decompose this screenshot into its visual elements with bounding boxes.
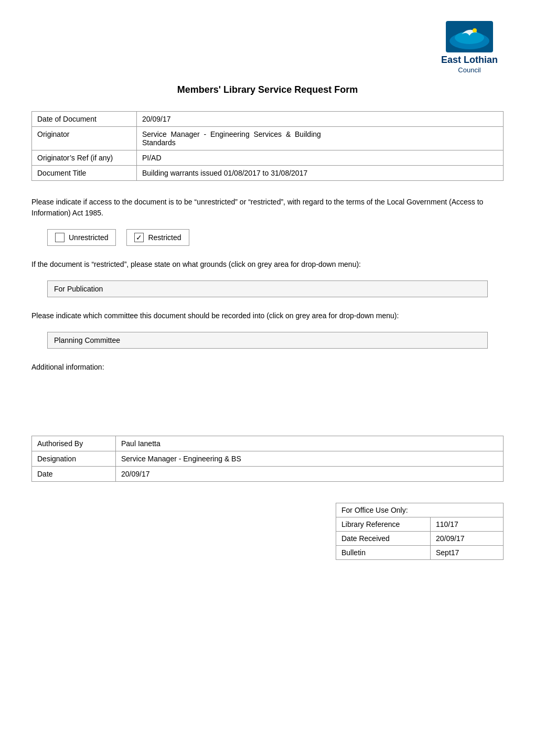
info-table-value: PI/AD <box>137 150 504 165</box>
office-table-label: Bulletin <box>336 545 431 559</box>
info-table-value: Service Manager - Engineering Services &… <box>137 126 504 150</box>
office-table: For Office Use Only:Library Reference110… <box>336 503 504 560</box>
info-table-label: Originator’s Ref (if any) <box>32 150 137 165</box>
info-table-label: Originator <box>32 126 137 150</box>
office-table-row: Library Reference110/17 <box>336 517 504 531</box>
restricted-description: If the document is “restricted”, please … <box>31 259 504 270</box>
office-table-label: Date Received <box>336 531 431 545</box>
restricted-cell: ✓ Restricted <box>126 229 189 246</box>
additional-info-space <box>31 383 504 425</box>
auth-table-value: 20/09/17 <box>116 466 504 481</box>
restricted-checkbox[interactable]: ✓ <box>134 233 144 242</box>
info-table-row: OriginatorService Manager - Engineering … <box>32 126 504 150</box>
auth-table-label: Designation <box>32 451 116 466</box>
auth-table-row: Date20/09/17 <box>32 466 504 481</box>
office-header-row: For Office Use Only: <box>336 503 504 517</box>
access-row: Unrestricted ✓ Restricted <box>47 229 504 246</box>
auth-table-value: Paul Ianetta <box>116 436 504 451</box>
council-logo-icon <box>446 21 493 52</box>
office-use-wrapper: For Office Use Only:Library Reference110… <box>31 503 504 560</box>
info-table-label: Date of Document <box>32 111 137 126</box>
info-table-value: Building warrants issued 01/08/2017 to 3… <box>137 165 504 180</box>
office-table-row: BulletinSept17 <box>336 545 504 559</box>
info-table-label: Document Title <box>32 165 137 180</box>
page-container: East Lothian Council Members' Library Se… <box>31 21 504 560</box>
unrestricted-checkbox[interactable] <box>55 233 65 242</box>
office-table-value: 20/09/17 <box>431 531 504 545</box>
committee-dropdown[interactable]: Planning Committee <box>47 332 488 349</box>
logo-box: East Lothian Council <box>435 21 504 74</box>
office-table-value: 110/17 <box>431 517 504 531</box>
unrestricted-cell: Unrestricted <box>47 229 116 246</box>
auth-table-value: Service Manager - Engineering & BS <box>116 451 504 466</box>
logo-area: East Lothian Council <box>31 21 504 74</box>
restricted-dropdown-value: For Publication <box>54 285 103 293</box>
auth-table-row: Authorised ByPaul Ianetta <box>32 436 504 451</box>
office-table-row: Date Received20/09/17 <box>336 531 504 545</box>
committee-dropdown-value: Planning Committee <box>54 336 120 344</box>
additional-label: Additional information: <box>31 362 504 373</box>
office-table-label: Library Reference <box>336 517 431 531</box>
page-title: Members' Library Service Request Form <box>31 84 504 95</box>
auth-table: Authorised ByPaul IanettaDesignationServ… <box>31 436 504 482</box>
info-table-value: 20/09/17 <box>137 111 504 126</box>
logo-text-main: East Lothian <box>435 55 504 66</box>
info-table-row: Document TitleBuilding warrants issued 0… <box>32 165 504 180</box>
restricted-dropdown[interactable]: For Publication <box>47 280 488 297</box>
auth-table-label: Date <box>32 466 116 481</box>
logo-text-sub: Council <box>435 66 504 74</box>
auth-table-label: Authorised By <box>32 436 116 451</box>
office-header-cell: For Office Use Only: <box>336 503 504 517</box>
info-table: Date of Document20/09/17OriginatorServic… <box>31 111 504 181</box>
unrestricted-label: Unrestricted <box>69 233 108 242</box>
info-table-row: Date of Document20/09/17 <box>32 111 504 126</box>
svg-point-3 <box>473 28 477 33</box>
office-table-value: Sept17 <box>431 545 504 559</box>
auth-table-row: DesignationService Manager - Engineering… <box>32 451 504 466</box>
access-description: Please indicate if access to the documen… <box>31 197 504 219</box>
restricted-label: Restricted <box>148 233 181 242</box>
info-table-row: Originator’s Ref (if any)PI/AD <box>32 150 504 165</box>
committee-description: Please indicate which committee this doc… <box>31 310 504 321</box>
